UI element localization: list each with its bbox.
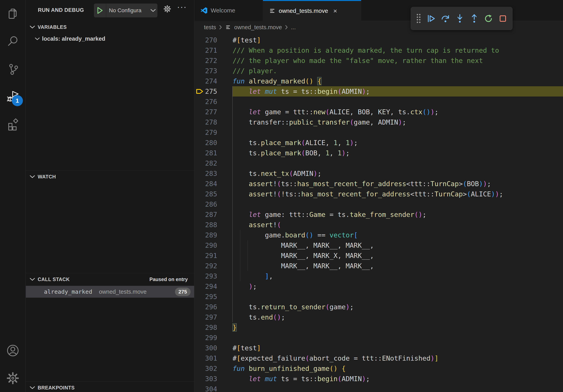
line-number[interactable]: 290 <box>194 240 232 250</box>
watch-section: WATCH <box>26 170 194 273</box>
debug-config-dropdown[interactable]: No Configura <box>94 3 157 17</box>
vscode-logo-icon <box>200 7 207 14</box>
variables-scope-row[interactable]: locals: already_marked <box>26 33 194 44</box>
line-number[interactable]: 276 <box>194 96 232 107</box>
start-debug-button[interactable] <box>94 3 106 17</box>
chevron-down-icon <box>30 386 35 389</box>
sidebar-item-search[interactable] <box>0 28 26 55</box>
call-stack-header[interactable]: CALL STACK Paused on entry <box>26 273 194 285</box>
line-number[interactable]: 294 <box>194 281 232 291</box>
breadcrumb-tests[interactable]: tests <box>204 24 216 31</box>
code-line: assert!(ts::has_most_recent_for_address<… <box>232 179 563 189</box>
extensions-icon <box>6 118 19 131</box>
breadcrumb-file[interactable]: owned_tests.move <box>234 24 282 31</box>
line-number[interactable]: 271 <box>194 45 232 55</box>
line-number[interactable]: 300 <box>194 343 232 353</box>
step-out-button[interactable] <box>468 10 480 27</box>
step-over-button[interactable] <box>439 10 451 27</box>
sidebar-item-explorer[interactable] <box>0 0 26 28</box>
code-line <box>232 127 563 138</box>
code-line: fun already_marked() { <box>232 76 563 86</box>
settings-button[interactable] <box>0 364 26 392</box>
toolbar-drag-handle[interactable] <box>414 10 423 27</box>
line-number[interactable]: 295 <box>194 291 232 302</box>
breadcrumb-symbol[interactable]: ... <box>291 24 296 31</box>
line-number[interactable]: 280 <box>194 138 232 148</box>
line-number[interactable]: 289 <box>194 230 232 240</box>
tab-welcome[interactable]: Welcome <box>194 0 263 21</box>
line-number[interactable]: 293 <box>194 271 232 281</box>
sidebar-item-source-control[interactable] <box>0 55 26 83</box>
account-button[interactable] <box>0 337 26 364</box>
step-into-button[interactable] <box>454 10 466 27</box>
line-number[interactable]: 288 <box>194 220 232 230</box>
close-icon[interactable]: × <box>333 8 337 14</box>
code-line: MARK__, MARK__, MARK__, <box>232 261 563 271</box>
chevron-down-icon <box>30 278 35 281</box>
code-line: transfer::public_transfer(game, ADMIN); <box>232 117 563 127</box>
line-number[interactable]: 291 <box>194 250 232 261</box>
code-line: ts.return_to_sender(game); <box>232 302 563 312</box>
stop-button[interactable] <box>497 10 509 27</box>
line-number[interactable]: 287 <box>194 209 232 220</box>
source-control-icon <box>6 63 19 76</box>
line-number[interactable]: 274 <box>194 76 232 86</box>
code-line <box>232 158 563 168</box>
line-number[interactable]: 272 <box>194 55 232 66</box>
tab-owned-tests[interactable]: owned_tests.move × <box>263 0 361 21</box>
sidebar-item-extensions[interactable] <box>0 111 26 138</box>
line-number[interactable]: 301 <box>194 353 232 363</box>
code-editor[interactable]: 2702712722732742752762772782792802812822… <box>194 34 563 392</box>
code-line: let game = ttt::new(ALICE, BOB, KEY, ts.… <box>232 107 563 117</box>
variables-section: VARIABLES locals: already_marked <box>26 21 194 170</box>
line-number[interactable]: 285 <box>194 189 232 199</box>
line-number[interactable]: 283 <box>194 168 232 179</box>
line-number[interactable]: 302 <box>194 363 232 374</box>
variables-header[interactable]: VARIABLES <box>26 21 194 33</box>
chevron-right-icon <box>219 25 222 30</box>
line-number[interactable]: 296 <box>194 302 232 312</box>
vscode-window: 1 RUN AND DEBUG <box>0 0 563 392</box>
frame-line-badge: 275 <box>175 287 191 296</box>
restart-button[interactable] <box>483 10 494 27</box>
debug-toolbar <box>411 7 512 30</box>
line-number[interactable]: 298 <box>194 322 232 333</box>
files-icon <box>6 7 19 20</box>
code-line: assert!( <box>232 220 563 230</box>
line-number[interactable]: 292 <box>194 261 232 271</box>
debug-current-line-icon <box>196 88 204 95</box>
line-number[interactable]: 282 <box>194 158 232 168</box>
continue-button[interactable] <box>425 10 437 27</box>
move-file-icon <box>225 24 231 30</box>
line-number[interactable]: 281 <box>194 148 232 158</box>
line-number[interactable]: 299 <box>194 333 232 343</box>
gutter[interactable]: 2702712722732742752762772782792802812822… <box>194 34 232 392</box>
line-number[interactable]: 277 <box>194 107 232 117</box>
line-number[interactable]: 304 <box>194 384 232 392</box>
line-number[interactable]: 270 <box>194 35 232 45</box>
line-number[interactable]: 284 <box>194 179 232 189</box>
line-number[interactable]: 279 <box>194 127 232 138</box>
more-actions-button[interactable]: ··· <box>177 2 187 12</box>
code-line: fun burn_unfinished_game() { <box>232 363 563 374</box>
frame-function: already_marked <box>44 288 92 295</box>
sidebar-item-run-and-debug[interactable]: 1 <box>0 83 26 111</box>
breakpoints-section: BREAKPOINTS <box>26 381 194 392</box>
watch-header[interactable]: WATCH <box>26 170 194 183</box>
line-number[interactable]: 286 <box>194 199 232 209</box>
line-number[interactable]: 303 <box>194 374 232 384</box>
code-line: #[test] <box>232 35 563 45</box>
stack-frame-row[interactable]: already_marked owned_tests.move 275 <box>26 286 194 298</box>
sidebar-titlebar: RUN AND DEBUG No Configura ··· <box>26 0 194 21</box>
breakpoints-header[interactable]: BREAKPOINTS <box>26 381 194 392</box>
line-number[interactable]: 278 <box>194 117 232 127</box>
indent-guide <box>240 230 240 281</box>
line-number[interactable]: 297 <box>194 312 232 322</box>
code-line: #[test] <box>232 343 563 353</box>
code-line: ts.place_mark(ALICE, 1, 1); <box>232 138 563 148</box>
pause-status: Paused on entry <box>150 276 188 282</box>
code-line: MARK__, MARK_X, MARK__, <box>232 250 563 261</box>
line-number[interactable]: 273 <box>194 66 232 76</box>
debug-settings-button[interactable] <box>163 4 172 13</box>
code-content: #[test]/// When a position is already ma… <box>232 34 563 392</box>
